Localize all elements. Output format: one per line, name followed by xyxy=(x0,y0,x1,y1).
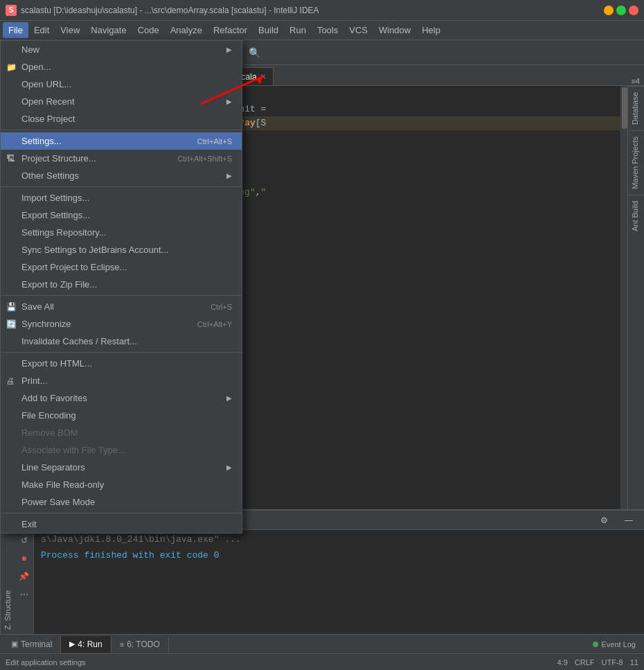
menu-run[interactable]: Run xyxy=(284,22,312,38)
bottom-tabs-bar: ▣ Terminal ▶ 4: Run ≡ 6: TODO Event Log xyxy=(0,634,644,653)
menu-item-settings[interactable]: Settings... Ctrl+Alt+S xyxy=(1,132,242,150)
settings-gear-button[interactable]: ⚙ xyxy=(594,511,614,530)
menu-build[interactable]: Build xyxy=(253,22,284,38)
menu-vcs[interactable]: VCS xyxy=(343,22,373,38)
status-line-ending[interactable]: CRLF xyxy=(575,658,595,667)
menu-item-label: Export Settings... xyxy=(21,210,90,220)
right-sidebar: Database Maven Projects Ant Build xyxy=(627,86,644,509)
edit-app-settings[interactable]: Edit application settings xyxy=(6,658,86,667)
menu-item-export-eclipse[interactable]: Export Project to Eclipse... xyxy=(1,258,242,276)
menu-window[interactable]: Window xyxy=(373,22,416,38)
menu-item-open[interactable]: 📁 Open... xyxy=(1,58,242,76)
menu-item-line-separators[interactable]: Line Separators ▶ xyxy=(1,459,242,476)
tab-count[interactable]: ≡4 xyxy=(627,77,644,85)
sync-icon: 🔄 xyxy=(6,319,17,329)
status-right: 4:9 CRLF UTF-8 11 xyxy=(557,658,638,667)
menu-help[interactable]: Help xyxy=(416,22,446,38)
close-button[interactable] xyxy=(629,6,638,15)
run-tab-icon: ▶ xyxy=(69,640,75,649)
console-spacer xyxy=(41,545,637,550)
status-bar: Edit application settings 4:9 CRLF UTF-8… xyxy=(0,653,644,670)
menu-sep-5 xyxy=(1,513,242,513)
menu-item-label: New xyxy=(21,44,39,55)
code-scrollbar[interactable] xyxy=(620,86,627,509)
menu-item-settings-repo[interactable]: Settings Repository... xyxy=(1,224,242,241)
close-tab-icon[interactable]: ✕ xyxy=(260,73,266,80)
menu-item-invalidate-caches[interactable]: Invalidate Caches / Restart... xyxy=(1,333,242,350)
title-text: scalastu [D:\ideashuju\scalastu] - ...\s… xyxy=(21,6,600,15)
menu-sep-2 xyxy=(1,186,242,187)
menu-item-new[interactable]: New ▶ xyxy=(1,41,242,58)
scrollbar-thumb[interactable] xyxy=(622,87,627,129)
event-dot xyxy=(593,642,598,647)
console-area: Z. Structure ↺ ■ 📌 ⋯ s\Java\jdk1.8.0_241… xyxy=(0,530,644,634)
menu-edit[interactable]: Edit xyxy=(28,22,55,38)
menu-file[interactable]: File xyxy=(3,22,28,38)
menu-item-export-zip[interactable]: Export to Zip File... xyxy=(1,276,242,293)
menu-analyze[interactable]: Analyze xyxy=(165,22,208,38)
menu-item-exit[interactable]: Exit xyxy=(1,515,242,533)
menu-item-project-structure[interactable]: 🏗 Project Structure... Ctrl+Alt+Shift+S xyxy=(1,150,242,167)
minimize-panel-button[interactable]: — xyxy=(619,511,638,530)
menu-item-open-recent[interactable]: Open Recent ▶ xyxy=(1,93,242,110)
event-log-button[interactable]: Event Log xyxy=(587,640,641,649)
status-indent[interactable]: 11 xyxy=(630,658,638,667)
z-structure-panel[interactable]: Z. Structure xyxy=(0,530,15,634)
maximize-button[interactable] xyxy=(616,6,626,15)
menu-item-label: Import Settings... xyxy=(21,193,89,203)
menu-item-label: Close Project xyxy=(21,114,75,124)
database-tab[interactable]: Database xyxy=(628,86,644,130)
maven-tab[interactable]: Maven Projects xyxy=(628,130,644,195)
menu-item-label: Settings... xyxy=(21,136,62,146)
pin-icon[interactable]: 📌 xyxy=(17,569,32,584)
status-position[interactable]: 4:9 xyxy=(557,658,568,667)
menu-item-open-url[interactable]: Open URL... xyxy=(1,76,242,93)
menu-item-sync-settings[interactable]: Sync Settings to JetBrains Account... xyxy=(1,241,242,258)
menu-item-save-all[interactable]: 💾 Save All Ctrl+S xyxy=(1,298,242,315)
menu-item-make-read-only[interactable]: Make File Read-only xyxy=(1,476,242,493)
search-everywhere-button[interactable]: 🔍 xyxy=(245,43,265,62)
menu-item-power-save[interactable]: Power Save Mode xyxy=(1,493,242,511)
menu-item-other-settings[interactable]: Other Settings ▶ xyxy=(1,167,242,184)
terminal-tab[interactable]: ▣ Terminal xyxy=(3,636,61,653)
console-process-line: Process finished with exit code 0 xyxy=(41,550,637,561)
menu-item-remove-bom: Remove BOM xyxy=(1,424,242,441)
menu-item-export-settings[interactable]: Export Settings... xyxy=(1,206,242,224)
menu-item-label: Remove BOM xyxy=(21,427,78,438)
window-buttons xyxy=(604,6,638,15)
menu-item-close-project[interactable]: Close Project xyxy=(1,110,242,127)
menu-item-label: Project Structure... xyxy=(21,153,96,164)
menu-item-label: Open URL... xyxy=(21,79,71,89)
todo-tab[interactable]: ≡ 6: TODO xyxy=(111,636,169,653)
menu-item-print[interactable]: 🖨 Print... xyxy=(1,372,242,389)
app-icon: S xyxy=(6,5,17,16)
status-encoding[interactable]: UTF-8 xyxy=(602,658,623,667)
menu-item-label: Make File Read-only xyxy=(21,479,104,490)
menu-item-label: Export Project to Eclipse... xyxy=(21,262,127,272)
run-tab[interactable]: ▶ 4: Run xyxy=(61,636,111,653)
more-icon[interactable]: ⋯ xyxy=(17,587,32,602)
menu-item-export-html[interactable]: Export to HTML... xyxy=(1,355,242,372)
menu-item-label: Print... xyxy=(21,376,48,386)
rerun-icon[interactable]: ↺ xyxy=(17,533,32,548)
menu-item-label: Settings Repository... xyxy=(21,227,107,238)
menu-tools[interactable]: Tools xyxy=(312,22,343,38)
menu-item-label: Add to Favorites xyxy=(21,393,87,403)
menu-view[interactable]: View xyxy=(55,22,85,38)
menu-item-label: Synchronize xyxy=(21,319,71,329)
menu-code[interactable]: Code xyxy=(132,22,165,38)
save-icon: 💾 xyxy=(6,302,17,312)
menu-navigate[interactable]: Navigate xyxy=(85,22,132,38)
menu-item-import-settings[interactable]: Import Settings... xyxy=(1,189,242,206)
file-menu: New ▶ 📁 Open... Open URL... Open Recent … xyxy=(0,40,242,534)
ant-tab[interactable]: Ant Build xyxy=(628,195,644,237)
menu-sep-4 xyxy=(1,352,242,353)
menu-item-synchronize[interactable]: 🔄 Synchronize Ctrl+Alt+Y xyxy=(1,315,242,333)
menu-item-file-encoding[interactable]: File Encoding xyxy=(1,407,242,424)
menu-item-add-favorites[interactable]: Add to Favorites ▶ xyxy=(1,389,242,407)
stop-icon[interactable]: ■ xyxy=(17,551,32,566)
status-left: Edit application settings xyxy=(6,658,557,667)
menu-refactor[interactable]: Refactor xyxy=(208,22,253,38)
menu-item-label: Associate with File Type... xyxy=(21,445,125,455)
minimize-button[interactable] xyxy=(604,6,614,15)
